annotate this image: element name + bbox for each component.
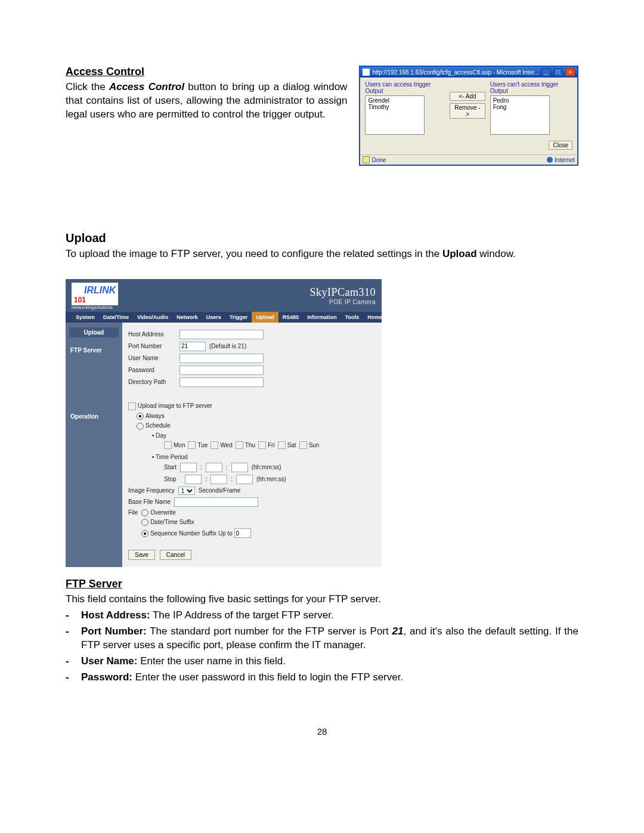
radio-schedule[interactable] <box>137 423 144 430</box>
list-item[interactable]: Fong <box>493 104 547 110</box>
hhmmss-hint2: (hh:mm:ss) <box>256 476 286 482</box>
seq-input[interactable] <box>234 528 251 538</box>
nav-item-rs485[interactable]: RS485 <box>278 312 304 323</box>
nav-item-network[interactable]: Network <box>172 312 202 323</box>
start-ss[interactable] <box>231 463 248 472</box>
upload-text-suffix: window. <box>477 248 516 259</box>
access-control-dialog: http://192.168.1.63/config/tcfg_accessCt… <box>359 66 578 166</box>
nav-item-system[interactable]: System <box>72 312 99 323</box>
upload-ftp-label: Upload image to FTP server <box>138 402 212 409</box>
upload-text: To upload the image to FTP server, you n… <box>66 247 578 261</box>
label-overwrite: Overwrite <box>150 509 176 516</box>
file-label: File <box>128 509 138 516</box>
day-label-wed: Wed <box>220 442 232 448</box>
nav-item-videoaudio[interactable]: Video/Audio <box>133 312 172 323</box>
window-close-button[interactable]: × <box>565 68 575 76</box>
list-item: Port Number: The standard port number fo… <box>66 625 578 652</box>
host-input[interactable] <box>179 330 264 339</box>
radio-datetime[interactable] <box>141 519 148 526</box>
internet-icon <box>547 157 553 163</box>
pass-input[interactable] <box>179 366 264 375</box>
day-checkbox-wed[interactable] <box>210 441 218 449</box>
start-label: Start <box>164 464 177 470</box>
day-checkbox-sat[interactable] <box>278 441 286 449</box>
maximize-button[interactable]: □ <box>553 68 563 76</box>
logo-tagline: networkingsolutions <box>72 305 113 309</box>
left-user-list[interactable]: Grendel Timothy <box>365 95 425 135</box>
remove-button[interactable]: Remove -> <box>450 103 485 119</box>
day-sat: Sat <box>278 441 296 449</box>
day-checkbox-fri[interactable] <box>258 441 266 449</box>
dir-input[interactable] <box>179 377 264 387</box>
stop-ss[interactable] <box>236 475 253 484</box>
page-number: 28 <box>66 726 578 736</box>
port-b: Port Number: <box>81 625 147 637</box>
start-hh[interactable] <box>180 463 197 472</box>
port-21: 21 <box>392 625 404 637</box>
list-item[interactable]: Pedro <box>493 97 547 104</box>
hhmmss-hint1: (hh:mm:ss) <box>252 464 281 470</box>
pass-label: Password <box>128 367 176 373</box>
nav-item-datetime[interactable]: Date/Time <box>99 312 133 323</box>
day-checkbox-sun[interactable] <box>299 441 307 449</box>
stop-label: Stop <box>164 476 177 482</box>
basefile-input[interactable] <box>174 497 258 507</box>
nav-item-home[interactable]: Home <box>363 312 386 323</box>
right-list-label: Users can't access trigger Output <box>490 81 572 94</box>
right-user-list[interactable]: Pedro Fong <box>490 95 550 135</box>
minimize-button[interactable]: _ <box>541 68 551 76</box>
side-tab-upload[interactable]: Upload <box>69 327 119 337</box>
access-control-heading: Access Control <box>66 66 347 78</box>
day-checkbox-tue[interactable] <box>188 441 196 449</box>
side-label-operation: Operation <box>66 411 122 422</box>
save-button[interactable]: Save <box>128 550 155 560</box>
dialog-close-button[interactable]: Close <box>549 141 572 150</box>
ac-text-prefix: Click the <box>66 81 109 92</box>
freq-label: Image Frequency <box>128 487 175 494</box>
brand-name: SkyIPCam310 <box>309 286 376 299</box>
upload-screenshot: IRLINK 101 networkingsolutions SkyIPCam3… <box>66 279 382 567</box>
list-item[interactable]: Grendel <box>368 97 422 104</box>
user-input[interactable] <box>179 354 264 363</box>
pass-b: Password: <box>81 671 132 683</box>
list-item[interactable]: Timothy <box>368 104 422 110</box>
day-thu: Thu <box>236 441 255 449</box>
side-label-ftp: FTP Server <box>66 345 122 356</box>
list-item: Password: Enter the user password in thi… <box>66 671 578 685</box>
nav-item-users[interactable]: Users <box>202 312 225 323</box>
nav-item-upload[interactable]: Upload <box>252 312 278 323</box>
day-label-tue: Tue <box>197 442 208 448</box>
day-label: Day <box>156 432 166 439</box>
upload-ftp-checkbox[interactable] <box>128 402 136 410</box>
freq-select[interactable]: 1 <box>178 487 195 495</box>
radio-always[interactable] <box>137 413 144 420</box>
user-label: User Name <box>128 355 176 361</box>
nav-item-trigger[interactable]: Trigger <box>225 312 252 323</box>
stop-hh[interactable] <box>185 475 202 484</box>
label-schedule: Schedule <box>145 422 171 429</box>
day-checkbox-mon[interactable] <box>164 441 172 449</box>
label-always: Always <box>145 413 165 419</box>
day-sun: Sun <box>299 441 320 449</box>
day-checkbox-thu[interactable] <box>236 441 243 449</box>
basefile-label: Base File Name <box>128 498 171 505</box>
left-list-label: Users can access trigger Output <box>365 81 445 94</box>
user-t: Enter the user name in this field. <box>138 655 286 667</box>
main-nav: SystemDate/TimeVideo/AudioNetworkUsersTr… <box>66 312 382 323</box>
label-sequence: Sequence Number Suffix Up to <box>150 530 233 537</box>
port-hint: (Default is 21) <box>209 343 246 349</box>
nav-item-tools[interactable]: Tools <box>341 312 363 323</box>
upload-heading: Upload <box>66 231 578 245</box>
list-item: User Name: Enter the user name in this f… <box>66 655 578 668</box>
add-button[interactable]: <- Add <box>450 92 485 101</box>
dialog-titlebar: http://192.168.1.63/config/tcfg_accessCt… <box>360 67 577 78</box>
cancel-button[interactable]: Cancel <box>160 550 191 560</box>
pass-t: Enter the user password in this field to… <box>132 671 403 683</box>
stop-mm[interactable] <box>210 475 227 484</box>
radio-sequence[interactable] <box>141 530 148 537</box>
port-input[interactable] <box>179 342 206 351</box>
port-label: Port Number <box>128 343 176 349</box>
radio-overwrite[interactable] <box>141 509 148 516</box>
start-mm[interactable] <box>206 463 222 472</box>
nav-item-information[interactable]: Information <box>303 312 341 323</box>
